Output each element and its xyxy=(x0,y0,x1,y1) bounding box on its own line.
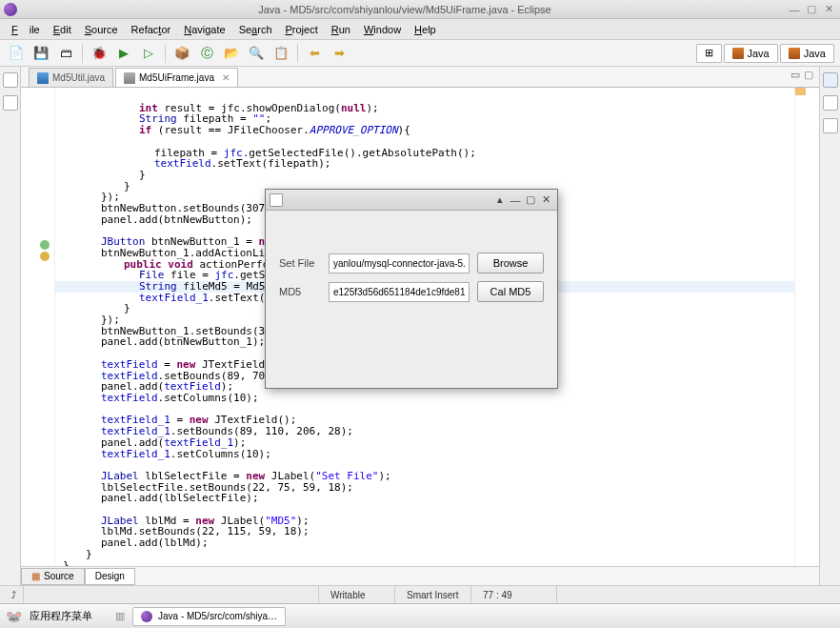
tab-design[interactable]: Design xyxy=(85,568,135,585)
xfce-menu-icon[interactable]: 🐭 xyxy=(6,609,22,624)
statusbar: ⤴ Writable Smart Insert 77 : 49 xyxy=(0,585,840,604)
md5-dialog: ▴ — ▢ ✕ Set File Browse MD5 Cal MD5 xyxy=(265,189,558,389)
right-trim xyxy=(819,67,840,585)
status-cursor-pos: 77 : 49 xyxy=(470,586,556,604)
forward-button[interactable]: ➡ xyxy=(329,43,350,64)
eclipse-icon xyxy=(141,611,152,622)
package-explorer-icon[interactable] xyxy=(3,72,18,88)
save-button[interactable]: 💾 xyxy=(30,43,51,64)
override-marker-icon[interactable] xyxy=(40,240,50,250)
dialog-maximize-icon[interactable]: ▢ xyxy=(523,193,538,207)
taskbar-app-eclipse[interactable]: Java - MD5/src/com/shiya… xyxy=(132,607,286,626)
structure-icon[interactable] xyxy=(823,118,838,133)
show-desktop-icon[interactable]: ▥ xyxy=(115,610,125,622)
warning-marker-icon[interactable] xyxy=(40,252,50,261)
window-title: Java - MD5/src/com/shiyanlou/view/Md5UiF… xyxy=(23,4,787,15)
menu-search[interactable]: Search xyxy=(233,22,278,37)
md5-label: MD5 xyxy=(279,286,329,297)
outline-icon[interactable] xyxy=(823,72,838,88)
set-file-label: Set File xyxy=(279,257,329,269)
menu-source[interactable]: Source xyxy=(79,22,124,37)
os-taskbar: 🐭 应用程序菜单 ▥ Java - MD5/src/com/shiya… xyxy=(0,603,840,628)
open-perspective-button[interactable]: ⊞ xyxy=(696,44,722,63)
close-icon[interactable]: ✕ xyxy=(821,3,836,16)
editor-tabs: Md5Util.java Md5UiFrame.java ✕ ▭ ▢ xyxy=(21,67,819,88)
task-button[interactable]: 📋 xyxy=(270,43,291,64)
menu-project[interactable]: Project xyxy=(280,22,324,37)
editor-footer: ▦Source Design xyxy=(21,566,819,585)
window-titlebar: Java - MD5/src/com/shiyanlou/view/Md5UiF… xyxy=(0,0,840,19)
tab-md5util[interactable]: Md5Util.java xyxy=(29,68,113,87)
java-icon xyxy=(732,48,744,59)
java-file-icon xyxy=(37,72,49,84)
menu-navigate[interactable]: Navigate xyxy=(178,22,230,37)
open-type-button[interactable]: 📂 xyxy=(221,43,242,64)
eclipse-icon xyxy=(4,3,17,16)
menu-refactor[interactable]: Refactor xyxy=(126,22,177,37)
dialog-minimize-icon[interactable]: — xyxy=(508,193,523,207)
status-icon-cell: ⤴ xyxy=(0,586,23,604)
new-class-button[interactable]: Ⓒ xyxy=(196,43,217,64)
dialog-titlebar[interactable]: ▴ — ▢ ✕ xyxy=(266,190,557,211)
menu-edit[interactable]: Edit xyxy=(48,22,77,37)
tab-source[interactable]: ▦Source xyxy=(21,568,85,585)
cal-md5-button[interactable]: Cal MD5 xyxy=(477,281,544,302)
editor-maximize-icon[interactable]: ▢ xyxy=(804,69,813,81)
editor-minimize-icon[interactable]: ▭ xyxy=(790,69,800,81)
status-insert: Smart Insert xyxy=(394,586,470,604)
java-editor-icon xyxy=(124,72,135,84)
set-file-input[interactable] xyxy=(329,253,470,273)
type-hierarchy-icon[interactable] xyxy=(3,95,18,111)
menu-window[interactable]: Window xyxy=(358,22,407,37)
close-tab-icon[interactable]: ✕ xyxy=(222,72,230,83)
menu-run[interactable]: Run xyxy=(326,22,356,37)
status-empty2 xyxy=(556,586,840,604)
md5-output-input[interactable] xyxy=(329,282,470,302)
java-icon xyxy=(789,48,800,59)
run-button[interactable]: ▶ xyxy=(113,43,134,64)
status-empty1 xyxy=(23,586,318,604)
browse-button[interactable]: Browse xyxy=(477,253,544,273)
dialog-close-icon[interactable]: ✕ xyxy=(538,193,553,207)
debug-button[interactable]: 🐞 xyxy=(89,43,110,64)
run-last-button[interactable]: ▷ xyxy=(138,43,159,64)
new-package-button[interactable]: 📦 xyxy=(171,43,192,64)
dialog-iconify-icon[interactable]: ▴ xyxy=(492,193,508,207)
menu-file[interactable]: File xyxy=(6,22,46,37)
maximize-icon[interactable]: ▢ xyxy=(804,3,819,16)
overview-ruler[interactable] xyxy=(794,88,806,566)
minimize-icon[interactable]: — xyxy=(787,3,802,16)
menubar: File Edit Source Refactor Navigate Searc… xyxy=(0,19,840,40)
back-button[interactable]: ⬅ xyxy=(304,43,325,64)
status-writable: Writable xyxy=(318,586,394,604)
perspective-java-2[interactable]: Java xyxy=(780,44,834,63)
toolbar: 📄 💾 🗃 🐞 ▶ ▷ 📦 Ⓒ 📂 🔍 📋 ⬅ ➡ ⊞ Java Java xyxy=(0,40,840,67)
java-app-icon xyxy=(270,193,283,207)
left-trim xyxy=(0,67,21,585)
tasklist-icon[interactable] xyxy=(823,95,838,111)
search-button[interactable]: 🔍 xyxy=(246,43,267,64)
tab-md5uiframe[interactable]: Md5UiFrame.java ✕ xyxy=(115,68,238,87)
perspective-java-1[interactable]: Java xyxy=(724,44,778,63)
gutter xyxy=(21,88,55,566)
appmenu-label[interactable]: 应用程序菜单 xyxy=(30,609,92,623)
menu-help[interactable]: Help xyxy=(409,22,442,37)
new-button[interactable]: 📄 xyxy=(6,43,27,64)
save-all-button[interactable]: 🗃 xyxy=(55,43,76,64)
